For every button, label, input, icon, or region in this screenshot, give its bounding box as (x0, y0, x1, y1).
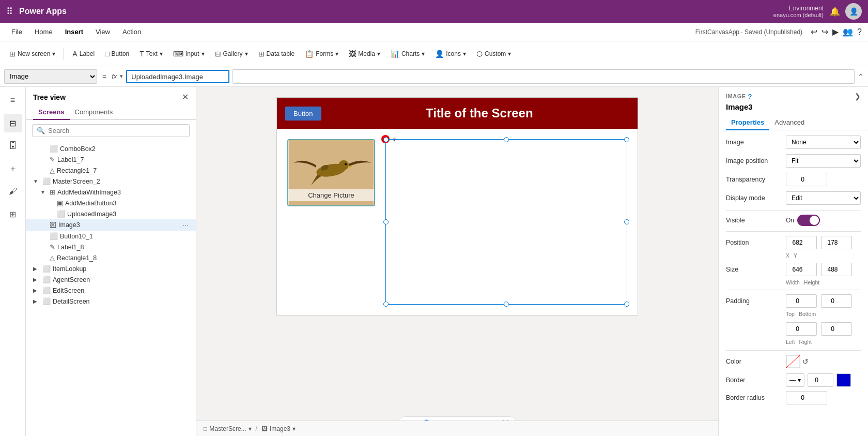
tree-item-editscreen[interactable]: ▶ ⬜ EditScreen (26, 285, 196, 296)
charts-button[interactable]: 📊 Charts ▾ (386, 47, 429, 61)
display-mode-dropdown[interactable]: Edit (786, 191, 861, 205)
handle-tr[interactable] (624, 137, 629, 142)
handle-mr[interactable] (624, 219, 629, 224)
tree-item-button10_1[interactable]: ⬜ Button10_1 (26, 231, 196, 242)
padding-bottom-input[interactable] (821, 294, 852, 308)
menu-view[interactable]: View (90, 26, 115, 38)
size-height-input[interactable] (821, 263, 852, 276)
handle-tm[interactable] (504, 137, 509, 142)
tree-item-detailscreen[interactable]: ▶ ⬜ DetailScreen (26, 296, 196, 307)
data-table-button[interactable]: ⊞ Data table (254, 47, 299, 61)
gallery-chevron: ▾ (245, 50, 248, 57)
label-button[interactable]: A Label (68, 47, 99, 61)
sidebar-data-icon[interactable]: 🗄 (4, 137, 22, 155)
menu-insert[interactable]: Insert (60, 26, 88, 38)
tree-item-image3[interactable]: 🖼 Image3 ··· (26, 219, 196, 231)
tree-item-uploadedimage3[interactable]: ⬜ UploadedImage3 (26, 208, 196, 219)
play-icon[interactable]: ▶ (832, 27, 839, 37)
sidebar-components-icon[interactable]: ⊞ (4, 205, 22, 223)
canvas-area[interactable]: Button Title of the Screen (196, 87, 718, 436)
apps-icon[interactable]: ⠿ (6, 6, 13, 17)
border-width-input[interactable] (808, 373, 833, 387)
input-button[interactable]: ⌨ Input ▾ (169, 47, 209, 61)
tree-item-label1_7[interactable]: ✎ Label1_7 (26, 154, 196, 165)
tree-item-masterscreen2[interactable]: ▼ ⬜ MasterScreen_2 (26, 176, 196, 187)
tab-properties[interactable]: Properties (726, 115, 769, 130)
position-x-input[interactable] (786, 236, 817, 249)
tree-item-combobox2[interactable]: ⬜ ComboBox2 (26, 143, 196, 154)
border-radius-input[interactable] (786, 391, 827, 404)
tab-screens[interactable]: Screens (33, 105, 70, 120)
help-icon[interactable]: ? (857, 27, 862, 37)
redo-icon[interactable]: ↪ (822, 27, 828, 37)
position-inputs (786, 236, 852, 249)
prop-display-mode: Display mode Edit (726, 191, 861, 205)
forms-button[interactable]: 📋 Forms ▾ (301, 47, 343, 61)
upload-widget[interactable]: Change Picture (287, 139, 375, 206)
breadcrumb-screen-label: MasterScre... (209, 425, 246, 432)
svg-point-3 (339, 160, 349, 170)
padding-top-input[interactable] (786, 294, 817, 308)
tab-components[interactable]: Components (70, 105, 118, 120)
image-dropdown[interactable]: None (786, 136, 861, 149)
border-style-dropdown[interactable]: — ▾ (786, 373, 804, 387)
formula-expand-icon[interactable]: ⌃ (858, 72, 864, 81)
tree-close-button[interactable]: ✕ (182, 92, 189, 102)
user-add-icon[interactable]: 👥 (843, 27, 853, 37)
right-panel: IMAGE ? ❯ Image3 Properties Advanced Ima… (718, 87, 868, 436)
menu-action[interactable]: Action (117, 26, 146, 38)
menu-file[interactable]: File (6, 26, 27, 38)
sidebar-hamburger-icon[interactable]: ≡ (4, 91, 22, 110)
visible-switch[interactable] (797, 215, 820, 226)
tree-item-addmediabutton3[interactable]: ▣ AddMediaButton3 (26, 198, 196, 208)
sidebar-brush-icon[interactable]: 🖌 (4, 182, 22, 201)
color-swatch[interactable] (786, 355, 800, 368)
handle-bl[interactable] (383, 302, 389, 307)
text-button[interactable]: T Text ▾ (135, 47, 167, 61)
item-icon: ⬜ (42, 265, 51, 273)
tree-item-rectangle1_8[interactable]: △ Rectangle1_8 (26, 252, 196, 263)
menu-home[interactable]: Home (29, 26, 58, 38)
position-y-input[interactable] (821, 236, 852, 249)
gallery-button[interactable]: ⊟ Gallery ▾ (211, 47, 252, 61)
icons-button[interactable]: 👤 Icons ▾ (431, 47, 470, 61)
image-position-dropdown[interactable]: Fit (786, 154, 861, 168)
color-refresh-icon[interactable]: ↺ (802, 357, 809, 366)
panel-collapse-button[interactable]: ❯ (855, 92, 861, 100)
handle-ml[interactable] (383, 219, 389, 224)
formula-input-box[interactable]: UploadedImage3.Image (126, 70, 229, 83)
padding-left-input[interactable] (786, 322, 817, 336)
canvas-button[interactable]: Button (285, 107, 321, 121)
handle-tl[interactable] (383, 137, 389, 142)
property-dropdown[interactable]: Image (4, 69, 97, 84)
tree-item-itemlookup[interactable]: ▶ ⬜ ItemLookup (26, 263, 196, 274)
help-icon[interactable]: ? (748, 93, 752, 100)
notification-icon[interactable]: 🔔 (830, 7, 840, 17)
new-screen-button[interactable]: ⊞ New screen ▾ (5, 47, 59, 61)
custom-button[interactable]: ⬡ Custom ▾ (472, 47, 515, 61)
border-color-swatch[interactable] (836, 373, 851, 387)
button-button[interactable]: □ Button (101, 47, 133, 61)
tree-item-rectangle1_7[interactable]: △ Rectangle1_7 (26, 165, 196, 176)
handle-br[interactable] (624, 302, 629, 307)
tree-item-agentscreen[interactable]: ▶ ⬜ AgentScreen (26, 274, 196, 285)
tree-item-addmedia[interactable]: ▼ ⊞ AddMediaWithImage3 (26, 187, 196, 198)
sidebar-layers-icon[interactable]: ⊟ (4, 114, 22, 132)
size-width-input[interactable] (786, 263, 817, 276)
color-control: ↺ (786, 355, 861, 368)
more-options-button[interactable]: ··· (182, 221, 189, 229)
handle-bm[interactable] (504, 302, 509, 307)
sidebar-plus-icon[interactable]: ＋ (4, 159, 22, 178)
formula-rest[interactable] (233, 69, 855, 84)
undo-icon[interactable]: ↩ (811, 27, 817, 37)
breadcrumb-element[interactable]: 🖼 Image3 ▾ (261, 425, 296, 432)
tree-item-label1_8[interactable]: ✎ Label1_8 (26, 242, 196, 252)
formula-bar: Image = fx ▾ UploadedImage3.Image ⌃ (0, 66, 868, 87)
search-input[interactable] (48, 127, 185, 134)
padding-right-input[interactable] (821, 322, 852, 336)
breadcrumb-screen[interactable]: □ MasterScre... ▾ (204, 425, 252, 432)
user-avatar[interactable]: 👤 (845, 3, 862, 20)
tab-advanced[interactable]: Advanced (769, 115, 810, 130)
transparency-input[interactable] (786, 173, 827, 186)
media-button[interactable]: 🖼 Media ▾ (345, 47, 384, 61)
